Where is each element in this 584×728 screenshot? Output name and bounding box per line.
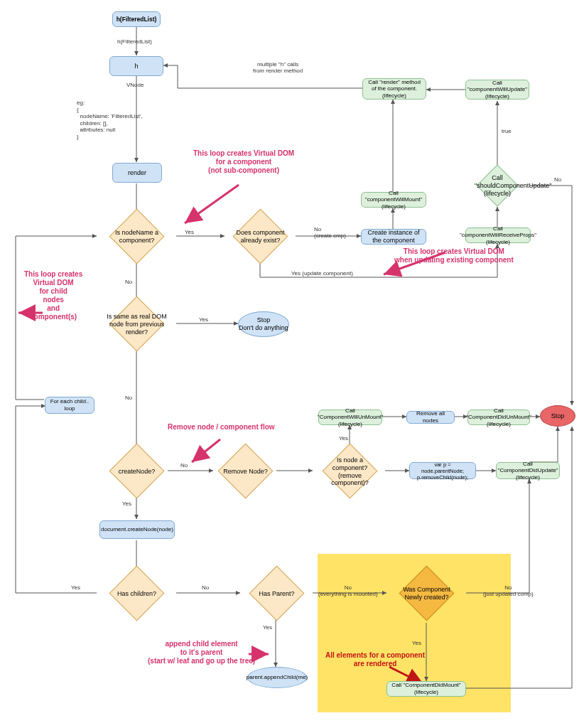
call-render-node: Call "render" method of the component. (… [362,78,426,100]
remove-all-node: Remove all nodes [406,411,455,424]
edge-yes-same: Yes [199,316,208,323]
render-node: render [112,163,162,183]
start-node: h(FilteredList) [112,11,161,27]
did-update-node: Call "ComponentDidUpdate" (lifecycle) [496,462,560,479]
same-as-real-decision: Is same as real DOM node from previous r… [109,296,165,352]
stop-dont-node: Stop Don't do anything [238,311,289,337]
document-create-node: document.createNode(node) [99,520,175,539]
annotation-append-child: append child element to it's parent (sta… [148,640,255,665]
edge-yes-create: Yes [122,500,131,507]
edge-no-updated: No (just updated comp) [483,584,534,597]
create-instance-node: Create instance of the component [361,229,426,245]
edge-yes-newly: Yes [412,640,421,646]
render-label: render [128,169,146,177]
remove-node-decision: Remove Node? [218,444,274,499]
h-node: h [109,56,163,76]
edge-yes-hasparent: Yes [263,624,272,631]
edge-no-same: No [125,395,132,401]
is-nodename-component-decision: Is nodeName a component? [109,209,165,264]
annotation-vdom-update: This loop creates Virtual DOM when updat… [394,247,514,264]
edge-yes-haschildren: Yes [71,584,80,591]
vnode-label: VNode [126,82,144,88]
edge-no-should: No [554,176,561,183]
annotation-child-nodes: This loop creates Virtual DOM for child … [24,270,82,321]
edge-yes-iscomp: Yes [339,435,348,441]
svg-line-27 [185,185,239,223]
create-node-decision: createNode? [109,444,165,499]
annotation-all-rendered: All elements for a component are rendere… [325,651,425,668]
edge-yes-update: Yes (update component) [291,270,353,277]
did-mount-node: Call "ComponentDidMount" (lifecycle) [386,681,466,697]
annotation-remove-flow: Remove node / component flow [168,423,275,432]
stop-node: Stop [540,405,575,427]
edge-no-haschildren: No [202,584,209,591]
edge-yes-1: Yes [185,229,194,235]
annotation-vdom-comp: This loop creates Virtual DOM for a comp… [193,149,294,175]
edge-multiple-h: multiple "h" calls from render method [253,61,303,74]
edge-no-create: No (create cmp) [314,226,346,239]
edge-no-mounted: No (everything is mounted) [318,584,378,597]
will-mount-node: Call "componentWillMount" (lifecycle) [361,192,426,208]
h-label: h [134,63,138,70]
will-update-node: Call "componentWillUpdate" (lifecycle) [465,80,529,100]
edge-no-nodename: No [125,279,132,285]
var-p-remove-node: var p = node.parentNode; p.removeChild(n… [409,462,476,479]
start-sub-label: h(FilteredList) [117,38,152,45]
should-update-decision: Call "shouldComponentUpdate" (lifecycle) [476,164,518,206]
component-exist-decision: Does component already exist? [233,209,288,264]
did-unmount-node: Call "ComponentDidUnMount" (lifecycle) [467,410,530,425]
edge-no-createnode: No [180,462,188,469]
edge-true: true [502,128,512,134]
will-receive-props-node: Call "componentWillReceiveProps" (lifecy… [465,228,531,243]
append-child-node: parent.appendChild(me) [247,667,307,688]
svg-line-29 [192,439,220,462]
will-unmount-node: Call "ComponentWillUnMount" (lifecycle) [318,410,382,425]
has-children-decision: Has children? [109,566,165,621]
is-node-component-decision: Is node a component? (remove component)? [323,444,378,499]
start-label: h(FilteredList) [117,16,157,23]
for-each-child-node: For each child.. loop [45,397,94,414]
has-parent-decision: Has Parent? [249,566,305,621]
vnode-example: eg: { nodeName: 'FilteredList', children… [77,100,142,141]
